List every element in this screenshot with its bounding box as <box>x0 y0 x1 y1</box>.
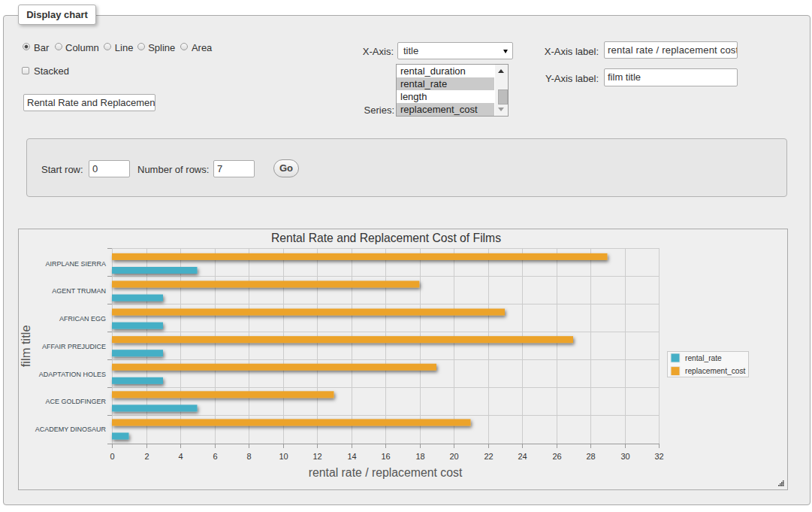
svg-text:ACADEMY DINOSAUR: ACADEMY DINOSAUR <box>35 426 107 433</box>
svg-text:28: 28 <box>586 452 595 461</box>
svg-text:10: 10 <box>279 452 288 461</box>
svg-text:20: 20 <box>449 452 458 461</box>
svg-text:26: 26 <box>552 452 561 461</box>
svg-text:22: 22 <box>484 452 493 461</box>
svg-text:2: 2 <box>144 452 149 461</box>
svg-text:ADAPTATION HOLES: ADAPTATION HOLES <box>39 371 106 378</box>
svg-text:6: 6 <box>213 452 217 461</box>
svg-text:12: 12 <box>312 452 321 461</box>
svg-text:18: 18 <box>415 452 424 461</box>
svg-text:AFFAIR PREJUDICE: AFFAIR PREJUDICE <box>42 343 106 350</box>
svg-text:8: 8 <box>246 452 251 461</box>
svg-text:rental_rate: rental_rate <box>685 354 722 362</box>
svg-text:replacement_cost: replacement_cost <box>685 367 746 375</box>
svg-text:ACE GOLDFINGER: ACE GOLDFINGER <box>45 398 106 405</box>
svg-text:0: 0 <box>110 452 114 461</box>
svg-text:14: 14 <box>347 452 356 461</box>
svg-text:16: 16 <box>381 452 390 461</box>
svg-text:AGENT TRUMAN: AGENT TRUMAN <box>52 287 106 295</box>
svg-text:4: 4 <box>178 452 183 461</box>
svg-text:AIRPLANE SIERRA: AIRPLANE SIERRA <box>45 260 106 268</box>
svg-text:32: 32 <box>654 452 663 461</box>
svg-text:AFRICAN EGG: AFRICAN EGG <box>59 315 106 323</box>
svg-text:30: 30 <box>620 452 629 461</box>
svg-text:rental rate / replacement cost: rental rate / replacement cost <box>309 466 463 479</box>
svg-text:Rental Rate and Replacement Co: Rental Rate and Replacement Cost of Film… <box>271 232 501 244</box>
svg-text:film title: film title <box>19 325 32 367</box>
svg-text:24: 24 <box>518 452 527 461</box>
